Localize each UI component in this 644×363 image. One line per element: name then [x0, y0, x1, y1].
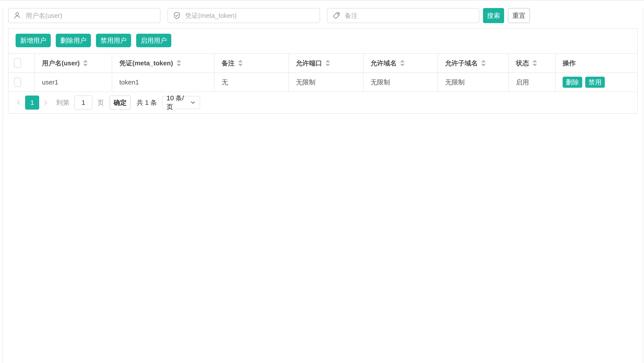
sort-icon[interactable] [481, 59, 486, 67]
token-field[interactable] [168, 8, 320, 23]
shield-check-icon [173, 11, 181, 20]
remark-input[interactable] [345, 12, 474, 20]
reset-button[interactable]: 重置 [508, 8, 530, 23]
sort-icon[interactable] [176, 59, 182, 67]
remark-field[interactable] [327, 8, 479, 23]
cell-token: token1 [112, 73, 214, 92]
search-button[interactable]: 搜索 [483, 8, 504, 23]
table-row: user1 token1 无 无限制 无限制 无限制 启用 删除 禁用 [9, 73, 637, 92]
cell-allowed-subdomains: 无限制 [438, 73, 509, 92]
disable-user-button[interactable]: 禁用用户 [96, 34, 131, 47]
page-size-select[interactable]: 10 条/页 [162, 96, 200, 109]
delete-user-button[interactable]: 删除用户 [56, 34, 91, 47]
page-size-value: 10 条/页 [167, 94, 190, 111]
add-user-button[interactable]: 新增用户 [16, 34, 51, 47]
row-disable-button[interactable]: 禁用 [585, 77, 605, 88]
sort-icon[interactable] [400, 59, 405, 67]
row-checkbox[interactable] [14, 77, 21, 87]
col-header-allowed-domains: 允许域名 [363, 54, 438, 73]
col-header-remark: 备注 [214, 54, 289, 73]
header-row: 用户名(user) 凭证(meta_token) 备注 允许端口 允许域名 [9, 54, 637, 73]
select-all-checkbox[interactable] [14, 58, 21, 68]
col-header-actions: 操作 [555, 54, 637, 73]
total-count-label: 共 1 条 [137, 98, 157, 107]
goto-page-input[interactable] [74, 96, 92, 110]
cell-allowed-ports: 无限制 [289, 73, 363, 92]
content-panel: 搜索 重置 新增用户 删除用户 禁用用户 启用用户 用户名( [3, 8, 643, 363]
col-header-allowed-subdomains: 允许子域名 [438, 54, 509, 73]
tag-icon [332, 11, 341, 20]
pagination: 1 到第 页 确定 共 1 条 10 条/页 [9, 92, 637, 113]
prev-page-button[interactable] [15, 96, 23, 110]
search-form: 搜索 重置 [8, 8, 638, 23]
col-header-username: 用户名(user) [35, 54, 112, 73]
col-header-allowed-ports: 允许端口 [289, 54, 363, 73]
next-page-button[interactable] [41, 96, 50, 110]
col-header-token: 凭证(meta_token) [112, 54, 214, 73]
goto-prefix-label: 到第 [56, 98, 69, 107]
enable-user-button[interactable]: 启用用户 [136, 34, 171, 47]
cell-username: user1 [35, 73, 112, 92]
cell-status: 启用 [509, 73, 555, 92]
sort-icon[interactable] [83, 59, 88, 67]
cell-remark: 无 [214, 73, 289, 92]
cell-actions: 删除 禁用 [555, 73, 637, 92]
sort-icon[interactable] [532, 59, 538, 67]
toolbar: 新增用户 删除用户 禁用用户 启用用户 [16, 34, 630, 47]
username-input[interactable] [26, 12, 155, 20]
user-icon [13, 11, 22, 20]
page-1-button[interactable]: 1 [25, 96, 39, 110]
chevron-down-icon [190, 99, 196, 106]
row-delete-button[interactable]: 删除 [563, 77, 582, 88]
users-table: 用户名(user) 凭证(meta_token) 备注 允许端口 允许域名 [9, 53, 637, 92]
sort-icon[interactable] [238, 59, 243, 67]
username-field[interactable] [8, 8, 160, 23]
col-header-status: 状态 [509, 54, 555, 73]
sort-icon[interactable] [325, 59, 331, 67]
table-card: 新增用户 删除用户 禁用用户 启用用户 用户名(user) [8, 28, 638, 114]
goto-confirm-button[interactable]: 确定 [110, 96, 131, 110]
goto-suffix-label: 页 [97, 98, 104, 107]
cell-allowed-domains: 无限制 [363, 73, 438, 92]
token-input[interactable] [185, 12, 315, 20]
